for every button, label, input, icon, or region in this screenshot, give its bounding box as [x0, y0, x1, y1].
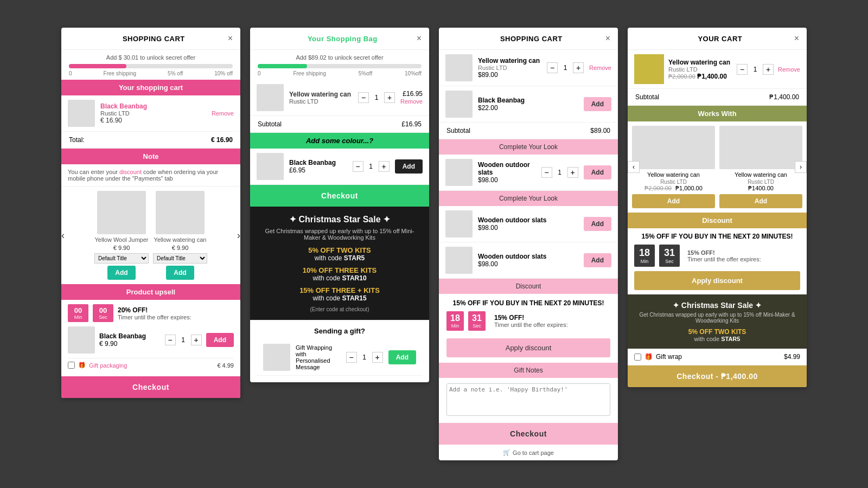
panel2-qty-minus[interactable]: −	[358, 92, 369, 103]
panel1-item-remove[interactable]: Remove	[212, 110, 234, 117]
panel1-checkout[interactable]: Checkout	[61, 376, 240, 398]
panel3-close[interactable]: ×	[605, 34, 610, 43]
panel3-subtotal-value: $89.00	[590, 127, 610, 134]
panel2-upsell-add[interactable]: Add	[395, 159, 423, 174]
carousel-left-arrow[interactable]: ‹	[61, 230, 65, 241]
panel3-secondary-img	[445, 91, 473, 118]
panel4-w2-add[interactable]: Add	[719, 194, 802, 208]
carousel-item2-select[interactable]: Default Title	[153, 253, 207, 264]
panel4-item-remove[interactable]: Remove	[778, 66, 800, 73]
panel4-title: YOUR CART	[646, 35, 794, 43]
panel1-qty-minus[interactable]: −	[165, 335, 176, 345]
panel2-gift-add[interactable]: Add	[388, 350, 416, 364]
panel1-total-label: Total:	[69, 136, 85, 144]
panel3-secondary-add[interactable]: Add	[584, 97, 611, 111]
panel4-checkout[interactable]: Checkout - ₱1,400.00	[628, 365, 807, 387]
panel2-checkout[interactable]: Checkout	[250, 185, 429, 207]
carousel-item2-add[interactable]: Add	[166, 266, 194, 280]
panel4-christmas: ✦ Christmas Star Sale ✦ Get Christmas wr…	[628, 294, 807, 349]
panel2-price-remove: £16.95 Remove	[400, 90, 423, 105]
carousel-item1-name: Yellow Wool Jumper	[94, 236, 149, 243]
panel3-header: SHOPPING CART ×	[439, 28, 618, 50]
panel2-upsell-qty: − 1 +	[353, 161, 390, 172]
panel2-gift-img	[263, 344, 290, 371]
panel4-timer-min: 18 Min	[634, 245, 655, 267]
panel3-c2-add2[interactable]: Add	[584, 253, 611, 267]
panel1-gift-price: € 4.99	[217, 362, 234, 369]
panel4-works-with-title: Works With	[628, 106, 807, 121]
panel3-c2-name2: Wooden outdoor slats	[478, 253, 578, 260]
p2-label-fs: Free shipping	[293, 70, 326, 76]
panel3-timer-row: 18 Min 31 Sec 15% OFF! Timer until the o…	[446, 311, 610, 331]
panel4-qty-plus[interactable]: +	[763, 64, 774, 75]
panel3-checkout[interactable]: Checkout	[439, 423, 618, 445]
panel3-qty-minus[interactable]: −	[547, 62, 558, 73]
panel3-go-to-cart[interactable]: 🛒 Go to cart page	[439, 445, 618, 460]
panel3-c1-add[interactable]: Add	[584, 165, 611, 179]
panel4-qty: − 1 +	[737, 64, 774, 75]
panel4-gift-checkbox[interactable]	[634, 354, 641, 361]
panel3-c1-minus[interactable]: −	[541, 167, 552, 178]
panel3-c2-add1[interactable]: Add	[584, 217, 611, 231]
panel3-gift-notes	[439, 378, 618, 423]
panel2-upsell-plus[interactable]: +	[379, 161, 390, 172]
panel4-gift-label: Gift wrap	[656, 353, 682, 361]
panel4-carousel-right[interactable]: ›	[795, 161, 807, 173]
panel4-item-img	[634, 54, 664, 84]
carousel-item1-select[interactable]: Default Title	[94, 253, 149, 264]
panel2-offer-2: 10% OFF THREE KITS with code STAR10	[258, 266, 422, 282]
panel1-item-price: € 16.90	[100, 117, 206, 124]
panel1-total-value: € 16.90	[211, 136, 233, 144]
panel4-qty-minus[interactable]: −	[737, 64, 748, 75]
panel3-secondary-item: Black Beanbag $22.00 Add	[439, 86, 618, 123]
panel2-gift-plus[interactable]: +	[372, 352, 383, 363]
panel-1: SHOPPING CART × Add $ 30.01 to unlock se…	[61, 28, 240, 398]
panel4-w1-add[interactable]: Add	[632, 194, 715, 208]
panel3-apply-discount[interactable]: Apply discount	[446, 338, 610, 357]
panel1-close[interactable]: ×	[228, 34, 233, 43]
panel4-timer-row: 18 Min 31 Sec 15% OFF! Timer until the o…	[634, 245, 800, 267]
panel4-close[interactable]: ×	[794, 34, 799, 43]
panel3-c2-img2	[445, 247, 473, 274]
panel2-sale-title: ✦ Christmas Star Sale ✦	[258, 214, 422, 224]
panel3-c1-plus[interactable]: +	[567, 167, 578, 178]
panel3-complete1-item: Wooden outdoor slats $98.00 − 1 + Add	[439, 155, 618, 191]
panel2-item-brand: Rustic LTD	[289, 98, 353, 105]
panel3-gift-notes-input[interactable]	[446, 383, 610, 416]
panel3-discount-header: Discount	[439, 279, 618, 294]
panel4-works-carousel: ‹ Yellow watering can Rustic LTD ₱2,000.…	[628, 121, 807, 213]
panel1-cart-item: Black Beanbag Rustic LTD € 16.90 Remove	[61, 95, 240, 132]
panel1-qty-plus[interactable]: +	[191, 335, 202, 345]
panel3-offer-text: 15% OFF IF YOU BUY IN THE NEXT 20 MINUTE…	[446, 299, 610, 307]
panel4-discount-block: 15% OFF IF YOU BUY IN THE NEXT 20 MINUTE…	[628, 228, 807, 294]
panel4-apply-discount[interactable]: Apply discount	[634, 271, 800, 290]
panel3-item-remove[interactable]: Remove	[589, 65, 611, 71]
panel3-c2-info1: Wooden outdoor slats $98.00	[478, 216, 578, 232]
panel3-c2-item2: Wooden outdoor slats $98.00 Add	[439, 242, 618, 279]
panel2-pct-1: 5% OFF TWO KITS	[308, 246, 371, 254]
panel2-upsell-minus[interactable]: −	[353, 161, 363, 172]
panel1-gift-checkbox[interactable]	[68, 362, 75, 369]
panel1-upsell-name: Black Beanbag	[99, 332, 161, 340]
panel2-item-remove[interactable]: Remove	[400, 98, 423, 105]
panel1-upsell-add[interactable]: Add	[206, 333, 234, 347]
panel2-subtotal-label: Subtotal	[258, 120, 282, 128]
panel4-qty-val: 1	[750, 66, 761, 73]
panel4-carousel-left[interactable]: ‹	[628, 161, 640, 173]
panel1-item-name: Black Beanbag	[100, 102, 206, 110]
panel2-qty-plus[interactable]: +	[384, 92, 395, 103]
panel3-qty-plus[interactable]: +	[573, 62, 584, 73]
carousel-item1-add[interactable]: Add	[107, 266, 135, 280]
panel3-gift-notes-header: Gift Notes	[439, 363, 618, 378]
panel4-timer-sec: 31 Sec	[659, 245, 680, 267]
panel2-upsell-name: Black Beanbag	[289, 159, 347, 166]
carousel-right-arrow[interactable]: ›	[237, 230, 240, 241]
panel2-close[interactable]: ×	[417, 34, 422, 43]
panel4-item-name: Yellow watering can	[668, 59, 732, 66]
panel2-qty: − 1 +	[358, 92, 395, 103]
panel3-item-img	[445, 54, 473, 81]
discount-link[interactable]: discount	[119, 169, 142, 175]
panel4-works-grid: Yellow watering can Rustic LTD ₱2,000.00…	[628, 121, 807, 213]
panel2-gift-qty-val: 1	[359, 354, 370, 361]
panel2-gift-minus[interactable]: −	[346, 352, 357, 363]
